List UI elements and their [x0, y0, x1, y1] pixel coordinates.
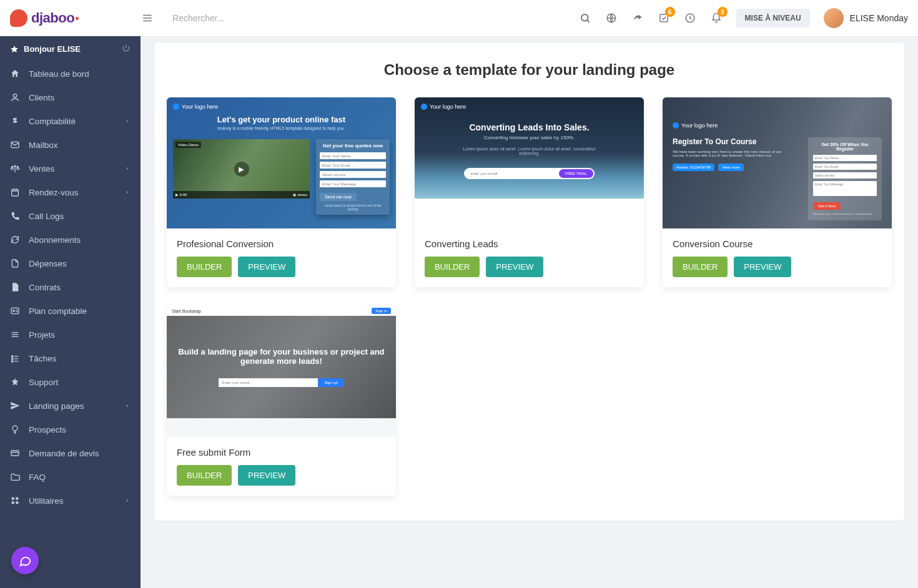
sidebar-item-label: Contrats — [29, 283, 131, 292]
svg-rect-23 — [12, 501, 14, 504]
upgrade-button[interactable]: MISE À NIVEAU — [736, 9, 810, 27]
sidebar-item-comptabilité[interactable]: Comptabilité — [0, 109, 141, 133]
send-icon — [10, 401, 25, 411]
svg-point-8 — [13, 94, 16, 97]
search-icon[interactable] — [579, 12, 591, 24]
chevron-right-icon — [124, 496, 131, 506]
id-icon — [10, 306, 25, 316]
builder-button[interactable]: BUILDER — [673, 257, 728, 277]
sidebar-item-tableau-de-bord[interactable]: Tableau de bord — [0, 62, 141, 86]
avatar — [824, 8, 844, 28]
sidebar-item-projets[interactable]: Projets — [0, 323, 141, 346]
bell-badge: 3 — [718, 7, 728, 17]
chat-icon — [18, 554, 32, 567]
sidebar-item-call-logs[interactable]: Call Logs — [0, 204, 141, 228]
svg-rect-15 — [12, 336, 19, 337]
bulb-icon — [10, 424, 25, 434]
template-card: Your logo hereRegister To Our CourseWe h… — [663, 97, 892, 287]
sidebar-item-contrats[interactable]: Contrats — [0, 275, 141, 299]
content-panel: Choose a template for your landing page … — [154, 42, 904, 521]
sidebar-item-landing-pages[interactable]: Landing pages — [0, 394, 141, 418]
template-thumb: Your logo hereLet's get your product onl… — [167, 97, 396, 228]
sidebar-item-label: Ventes — [29, 164, 124, 174]
check-icon[interactable]: 6 — [658, 12, 670, 24]
user-icon — [10, 92, 25, 102]
tasks-icon — [10, 353, 25, 363]
templates-grid: Your logo hereLet's get your product onl… — [167, 97, 892, 496]
top-header: djaboo 6 3 MISE À NIVEAU ELISE — [0, 0, 918, 36]
sidebar: Bonjour ELISE Tableau de bordClientsComp… — [0, 36, 141, 588]
share-icon[interactable] — [631, 12, 644, 24]
svg-rect-2 — [143, 21, 152, 22]
sidebar-item-label: Prospects — [29, 425, 131, 434]
header-right: 6 3 MISE À NIVEAU ELISE Monday — [579, 8, 908, 28]
sidebar-item-prospects[interactable]: Prospects — [0, 418, 141, 441]
sidebar-item-utilitaires[interactable]: Utilitaires — [0, 489, 141, 512]
sidebar-item-plan-comptable[interactable]: Plan comptable — [0, 299, 141, 323]
file-icon — [10, 258, 25, 268]
chevron-right-icon — [124, 188, 131, 197]
sidebar-item-label: Landing pages — [29, 401, 124, 411]
calendar-icon — [10, 187, 25, 197]
sidebar-item-label: Projets — [29, 330, 131, 340]
dollar-icon — [10, 116, 25, 126]
sidebar-item-demande-de-devis[interactable]: Demande de devis — [0, 441, 141, 465]
preview-button[interactable]: PREVIEW — [238, 465, 295, 486]
chat-fab-button[interactable] — [11, 547, 39, 574]
svg-rect-24 — [16, 501, 18, 504]
sidebar-item-label: Plan comptable — [29, 306, 131, 316]
sidebar-item-abonnements[interactable]: Abonnements — [0, 228, 141, 252]
builder-button[interactable]: BUILDER — [177, 257, 232, 277]
sidebar-item-mailbox[interactable]: Mailbox — [0, 133, 141, 157]
chevron-right-icon — [124, 117, 131, 126]
sidebar-item-dépenses[interactable]: Dépenses — [0, 252, 141, 275]
builder-button[interactable]: BUILDER — [425, 257, 480, 277]
user-menu[interactable]: ELISE Monday — [824, 8, 908, 28]
user-name: ELISE Monday — [850, 13, 908, 23]
svg-rect-18 — [12, 361, 13, 362]
globe-icon[interactable] — [605, 12, 618, 24]
svg-rect-0 — [143, 15, 152, 16]
sidebar-item-clients[interactable]: Clients — [0, 86, 141, 109]
builder-button[interactable]: BUILDER — [177, 465, 232, 486]
preview-button[interactable]: PREVIEW — [734, 257, 791, 277]
search-input[interactable] — [172, 8, 510, 28]
bell-icon[interactable]: 3 — [710, 12, 723, 24]
preview-button[interactable]: PREVIEW — [238, 257, 295, 277]
power-icon[interactable] — [122, 44, 131, 54]
svg-point-19 — [12, 426, 17, 431]
sidebar-item-rendez-vous[interactable]: Rendez-vous — [0, 180, 141, 204]
doc-icon — [10, 282, 25, 292]
clock-icon[interactable] — [684, 12, 696, 24]
sidebar-item-ventes[interactable]: Ventes — [0, 157, 141, 180]
preview-button[interactable]: PREVIEW — [486, 257, 543, 277]
svg-rect-1 — [143, 17, 152, 19]
svg-rect-14 — [12, 334, 19, 335]
svg-rect-21 — [12, 497, 14, 500]
sidebar-item-label: Abonnements — [29, 235, 131, 245]
sidebar-item-label: Comptabilité — [29, 117, 124, 126]
sidebar-item-faq[interactable]: FAQ — [0, 465, 141, 489]
sidebar-item-tâches[interactable]: Tâches — [0, 346, 141, 370]
sidebar-item-label: Mailbox — [29, 140, 131, 150]
folder-icon — [10, 472, 25, 482]
template-thumb: Start BootstrapSign InBuild a landing pa… — [167, 306, 396, 437]
template-thumb: Your logo hereConverting Leads Into Sale… — [415, 97, 644, 228]
lines-icon — [10, 330, 25, 340]
template-card: Start BootstrapSign InBuild a landing pa… — [167, 306, 396, 496]
search-wrap — [172, 8, 510, 28]
phone-icon — [10, 211, 25, 221]
greeting-label: Bonjour ELISE — [24, 44, 81, 54]
sidebar-item-support[interactable]: Support — [0, 370, 141, 394]
menu-toggle-icon[interactable] — [141, 12, 154, 24]
template-body: Profesional ConversionBUILDERPREVIEW — [167, 228, 396, 287]
template-body: Converting LeadsBUILDERPREVIEW — [415, 228, 644, 287]
sidebar-item-label: FAQ — [29, 473, 131, 482]
home-icon — [10, 69, 25, 79]
sidebar-item-label: Utilitaires — [29, 496, 124, 506]
logo[interactable]: djaboo — [10, 9, 141, 27]
scale-icon — [10, 164, 25, 174]
chevron-right-icon — [124, 164, 131, 174]
template-body: Conversion CourseBUILDERPREVIEW — [663, 228, 892, 287]
sidebar-item-label: Dépenses — [29, 259, 131, 268]
